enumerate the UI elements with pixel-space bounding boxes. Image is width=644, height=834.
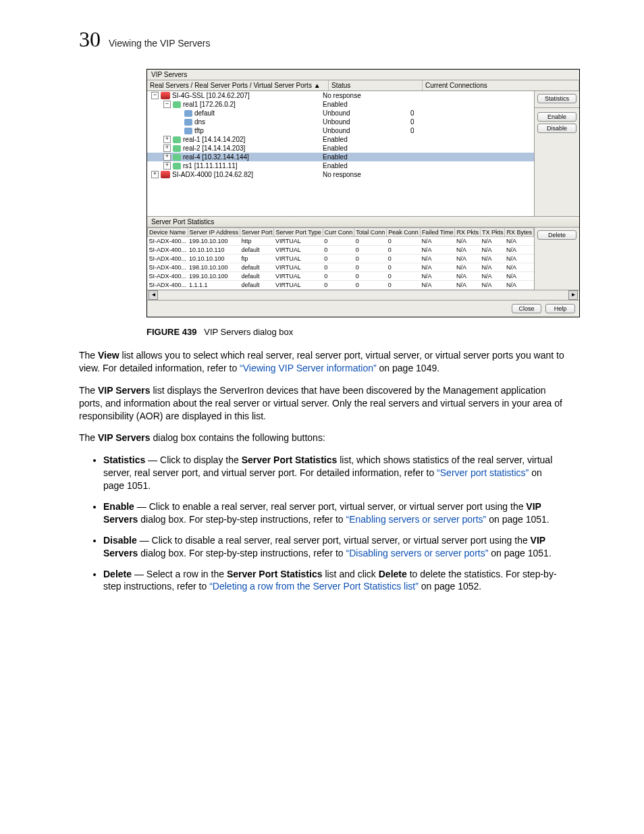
tree-column-servers[interactable]: Real Servers / Real Server Ports / Virtu… [147, 80, 329, 90]
tree-row[interactable]: dnsUnbound0 [147, 118, 534, 126]
stat-column-header[interactable]: Total Conn [354, 228, 387, 237]
stat-column-header[interactable]: Server IP Address [188, 228, 240, 237]
list-item: Statistics — Click to display the Server… [103, 454, 565, 492]
expand-collapse-icon[interactable]: + [163, 136, 171, 143]
tree-row[interactable]: −SI-4G-SSL [10.24.62.207]No response [147, 91, 534, 100]
server-tree[interactable]: −SI-4G-SSL [10.24.62.207]No response−rea… [147, 91, 534, 216]
scroll-left-icon[interactable]: ◂ [149, 290, 158, 300]
table-row[interactable]: SI-ADX-400...10.10.10.100ftpVIRTUAL000N/… [148, 255, 534, 263]
port-icon [184, 128, 192, 134]
cross-reference-link[interactable]: “Enabling servers or server ports” [346, 514, 487, 525]
delete-button[interactable]: Delete [537, 230, 576, 240]
cross-reference-link[interactable]: “Disabling servers or server ports” [346, 548, 489, 558]
tree-row-status: Enabled [323, 144, 410, 153]
tree-row-label: real1 [172.26.0.2] [183, 100, 236, 109]
port-icon [184, 119, 192, 126]
server-icon [173, 154, 181, 161]
tree-row-label: rs1 [11.11.111.11] [183, 161, 238, 170]
link-viewing-vip-info[interactable]: “Viewing VIP Server information” [240, 363, 377, 373]
tree-column-status[interactable]: Status [329, 80, 423, 90]
figure-label: FIGURE 439 [146, 327, 196, 337]
tree-row-label: SI-4G-SSL [10.24.62.207] [172, 91, 250, 100]
horizontal-scrollbar[interactable]: ◂ ▸ [147, 290, 579, 300]
server-icon [173, 101, 181, 108]
tree-row-status: No response [323, 170, 410, 179]
tree-row-connections: 0 [410, 118, 534, 126]
stat-column-header[interactable]: Curr Conn [323, 228, 354, 237]
table-row[interactable]: SI-ADX-400...199.10.10.100httpVIRTUAL000… [148, 237, 534, 246]
table-row[interactable]: SI-ADX-400...10.10.10.110defaultVIRTUAL0… [148, 246, 534, 255]
section-title: Viewing the VIP Servers [109, 38, 210, 49]
expand-collapse-icon[interactable]: − [163, 101, 171, 108]
tree-row-connections: 0 [410, 126, 534, 135]
disable-button[interactable]: Disable [537, 124, 576, 133]
tree-row-status: Enabled [323, 100, 410, 109]
tree-row-status: Unbound [323, 109, 410, 118]
device-icon [161, 171, 170, 178]
tree-row-label: default [194, 109, 215, 118]
tree-row-label: real-2 [14.14.14.203] [183, 144, 245, 153]
tree-row-connections: 0 [410, 109, 534, 118]
tree-row-label: tftp [194, 126, 204, 135]
stat-column-header[interactable]: Server Port Type [274, 228, 323, 237]
expand-collapse-icon[interactable]: + [163, 162, 171, 170]
tree-row[interactable]: +real-4 [10.32.144.144]Enabled [147, 153, 534, 161]
server-icon [173, 136, 181, 143]
stat-column-header[interactable]: RX Pkts [455, 228, 481, 237]
tree-row-label: real-1 [14.14.14.202] [183, 135, 245, 144]
side-button-column: Statistics Enable Disable [534, 91, 579, 216]
table-row[interactable]: SI-ADX-400...199.10.10.100defaultVIRTUAL… [148, 272, 534, 281]
tree-row[interactable]: +SI-ADX-4000 [10.24.62.82]No response [147, 170, 534, 179]
stat-column-header[interactable]: Failed Time [420, 228, 455, 237]
stat-column-header[interactable]: TX Pkts [480, 228, 505, 237]
dialog-title: VIP Servers [147, 70, 579, 80]
tree-row[interactable]: −real1 [172.26.0.2]Enabled [147, 100, 534, 109]
tree-row-label: dns [194, 118, 205, 126]
expand-collapse-icon[interactable]: + [163, 153, 171, 161]
server-icon [173, 145, 181, 152]
help-button[interactable]: Help [545, 304, 575, 313]
expand-collapse-icon[interactable]: − [151, 92, 159, 99]
tree-row[interactable]: +rs1 [11.11.111.11]Enabled [147, 161, 534, 170]
tree-row[interactable]: +real-2 [14.14.14.203]Enabled [147, 144, 534, 153]
stats-button-column: Delete [534, 228, 579, 290]
tree-row-status: Unbound [323, 126, 410, 135]
table-row[interactable]: SI-ADX-400...1.1.1.1defaultVIRTUAL000N/A… [148, 281, 534, 290]
tree-row-status: Enabled [323, 161, 410, 170]
stat-column-header[interactable]: Server Port [240, 228, 274, 237]
stat-column-header[interactable]: Device Name [148, 228, 188, 237]
figure-caption: FIGURE 439 VIP Servers dialog box [146, 327, 565, 337]
tree-row-label: real-4 [10.32.144.144] [183, 153, 249, 161]
tree-row[interactable]: tftpUnbound0 [147, 126, 534, 135]
enable-button[interactable]: Enable [537, 112, 576, 122]
cross-reference-link[interactable]: “Deleting a row from the Server Port Sta… [209, 581, 419, 592]
button-bullet-list: Statistics — Click to display the Server… [79, 454, 565, 593]
vip-servers-dialog: VIP Servers Real Servers / Real Server P… [146, 69, 580, 317]
expand-collapse-icon[interactable]: + [151, 171, 159, 178]
cross-reference-link[interactable]: “Server port statistics” [437, 467, 529, 478]
port-icon [184, 110, 192, 117]
paragraph-view-list: The View list allows you to select which… [79, 349, 565, 375]
page-header: 30 Viewing the VIP Servers [79, 27, 565, 52]
list-item: Disable — Click to disable a real server… [103, 534, 565, 560]
close-button[interactable]: Close [512, 304, 541, 313]
expand-collapse-icon[interactable]: + [163, 145, 171, 152]
stat-column-header[interactable]: Peak Conn [387, 228, 421, 237]
server-port-statistics-table[interactable]: Device NameServer IP AddressServer PortS… [147, 228, 534, 290]
tree-row-label: SI-ADX-4000 [10.24.62.82] [172, 170, 253, 179]
tree-row-status: No response [323, 91, 410, 100]
stat-column-header[interactable]: RX Bytes [505, 228, 534, 237]
scroll-right-icon[interactable]: ▸ [568, 290, 578, 300]
statistics-button[interactable]: Statistics [537, 94, 576, 103]
table-row[interactable]: SI-ADX-400...198.10.10.100defaultVIRTUAL… [148, 263, 534, 272]
tree-column-connections[interactable]: Current Connections [423, 80, 579, 90]
paragraph-buttons-intro: The VIP Servers dialog box contains the … [79, 432, 565, 444]
tree-row[interactable]: defaultUnbound0 [147, 109, 534, 118]
tree-header-row: Real Servers / Real Server Ports / Virtu… [147, 80, 579, 91]
stats-section-header: Server Port Statistics [147, 216, 579, 228]
tree-row[interactable]: +real-1 [14.14.14.202]Enabled [147, 135, 534, 144]
device-icon [161, 92, 170, 99]
list-item: Delete — Select a row in the Server Port… [103, 568, 565, 594]
paragraph-vip-list: The VIP Servers list displays the Server… [79, 384, 565, 423]
tree-row-status: Enabled [323, 153, 410, 161]
